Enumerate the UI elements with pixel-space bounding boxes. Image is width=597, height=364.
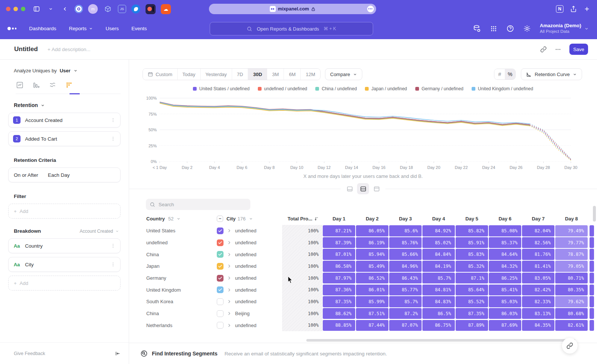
row-checkbox[interactable] [217,286,224,293]
range-3m[interactable]: 3M [267,69,284,80]
day-column-header[interactable]: Day 1 [322,216,356,222]
url-options-button[interactable]: ••• [367,6,374,12]
js-extension-icon[interactable]: JS [118,5,126,13]
back-button[interactable] [60,4,69,13]
legend-item[interactable]: China / undefined [315,86,357,91]
range-custom[interactable]: Custom [143,69,178,80]
more-vertical-icon[interactable] [110,117,116,123]
m-extension-icon[interactable]: m [88,4,98,14]
nav-events[interactable]: Events [131,26,147,31]
save-button[interactable]: Save [569,44,588,55]
step-card-account-created[interactable]: 1 Account Created [8,113,121,128]
tab-funnels[interactable] [32,81,40,89]
chevron-down-icon[interactable] [46,4,55,13]
sidebar-toggle-icon[interactable] [32,4,41,13]
more-vertical-icon[interactable] [110,136,116,141]
breakdown-card-city[interactable]: Aa City [8,257,121,272]
close-window-button[interactable] [6,7,10,11]
expand-chevron-icon[interactable] [227,264,232,269]
help-icon[interactable] [506,25,514,32]
row-checkbox[interactable] [217,322,224,329]
expand-chevron-icon[interactable] [227,252,232,257]
legend-item[interactable]: Japan / undefined [365,86,407,91]
range-7d[interactable]: 7D [232,69,249,80]
notion-tab-icon[interactable]: N [556,5,563,13]
nav-dashboards[interactable]: Dashboards [29,26,56,31]
tab-retention[interactable] [65,81,73,89]
settings-gear-icon[interactable] [523,25,531,32]
day-column-header[interactable]: Day 6 [488,216,522,222]
row-checkbox[interactable] [217,298,224,305]
global-search-button[interactable]: Open Reports & Dashboards ⌘ + K [210,22,373,35]
row-checkbox[interactable] [217,310,224,317]
row-checkbox[interactable] [217,228,224,234]
add-description-field[interactable]: + Add description... [47,47,90,52]
select-all-checkbox[interactable]: − [217,216,223,222]
expand-chevron-icon[interactable] [227,288,232,292]
row-checkbox[interactable] [217,263,224,270]
patreon-extension-icon[interactable] [146,4,156,14]
expand-chevron-icon[interactable] [227,323,232,328]
horizontal-scrollbar[interactable] [306,339,575,342]
analyze-entity-dropdown[interactable]: User [60,68,71,73]
legend-item[interactable]: United Kingdom / undefined [472,86,533,91]
criteria-each-day[interactable]: Each Day [48,172,70,178]
expand-chevron-icon[interactable] [227,228,232,233]
percent-unit-button[interactable]: % [505,69,515,79]
layout-split-panel-button[interactable] [357,183,369,194]
step-card-added-to-cart[interactable]: 2 Added To Cart [8,131,121,146]
minimize-window-button[interactable] [13,7,18,11]
breakdown-scope-dropdown[interactable]: Account Created [80,229,119,234]
share-icon[interactable] [570,6,577,12]
compare-button[interactable]: Compare [325,68,362,80]
criteria-on-or-after[interactable]: On or After [14,172,38,178]
day-column-header[interactable]: Day 2 [356,216,389,222]
day-column-header[interactable]: Day 3 [389,216,422,222]
expand-chevron-icon[interactable] [227,311,232,316]
layout-top-panel-button[interactable] [371,183,382,194]
expand-chevron-icon[interactable] [227,299,232,304]
retention-section-header[interactable]: Retention [14,102,121,108]
url-bar[interactable]: mixpanel.com ••• [209,4,376,14]
more-vertical-icon[interactable] [110,262,116,267]
new-tab-icon[interactable] [584,6,590,12]
cube-extension-icon[interactable] [103,4,113,14]
range-30d[interactable]: 30D [248,69,267,80]
mixpanel-logo[interactable] [7,27,16,30]
apps-grid-icon[interactable] [490,25,497,32]
day-column-header[interactable]: Day 5 [455,216,488,222]
tab-insights[interactable] [16,81,24,89]
chart-type-dropdown[interactable]: Retention Curve [521,68,582,80]
range-12m[interactable]: 12M [301,69,320,80]
range-yesterday[interactable]: Yesterday [201,69,232,80]
add-breakdown-button[interactable]: +Add [8,276,121,291]
range-6m[interactable]: 6M [284,69,301,80]
copy-link-icon[interactable] [540,46,547,53]
table-search-input[interactable] [159,202,241,207]
data-management-icon[interactable] [473,25,481,33]
legend-item[interactable]: undefined / undefined [258,86,307,91]
project-switcher[interactable]: Amazonia {Demo} All Project Data [540,23,589,34]
tab-flows[interactable] [49,81,57,89]
row-checkbox[interactable] [217,251,224,258]
total-column-header[interactable]: Total Pro... [282,216,322,222]
more-options-icon[interactable] [555,46,561,53]
day-column-header[interactable]: Day 4 [422,216,455,222]
row-checkbox[interactable] [217,275,224,282]
vertical-scrollbar[interactable] [593,206,596,222]
target-extension-icon[interactable] [75,5,83,13]
report-title[interactable]: Untitled [14,46,38,53]
day-column-header[interactable]: Day 8 [555,216,588,222]
layout-bottom-panel-button[interactable] [344,183,356,194]
expand-chevron-icon[interactable] [227,276,232,280]
count-unit-button[interactable]: # [494,69,505,79]
floating-share-link-button[interactable] [562,338,578,354]
bird-extension-icon[interactable] [131,4,140,13]
zoom-window-button[interactable] [21,7,25,11]
interesting-segments-bar[interactable]: Find Interesting Segments Receive an ema… [129,343,597,364]
retention-criteria-card[interactable]: On or After Each Day [8,167,121,182]
breakdown-card-country[interactable]: Aa Country [8,238,121,253]
collapse-sidebar-icon[interactable] [115,351,121,357]
city-column-header[interactable]: − City 176 [217,216,282,222]
legend-item[interactable]: Germany / undefined [415,86,463,91]
